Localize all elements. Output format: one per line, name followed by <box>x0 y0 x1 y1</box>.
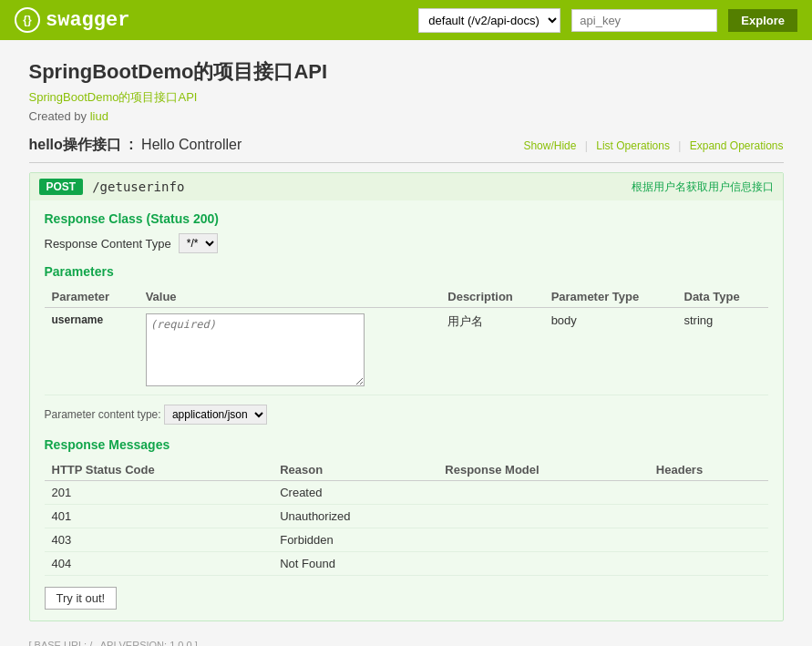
top-header: {} swagger default (/v2/api-docs) Explor… <box>0 0 812 40</box>
controller-header: hello操作接口 : Hello Controller Show/Hide |… <box>29 136 784 163</box>
endpoint-body: Response Class (Status 200) Response Con… <box>30 200 783 620</box>
response-content-type-select[interactable]: */* <box>179 233 218 253</box>
param-value-input[interactable] <box>146 313 365 386</box>
params-header-row: Parameter Value Description Parameter Ty… <box>45 286 768 308</box>
col-data-type: Data Type <box>677 286 768 308</box>
logo-symbol: {} <box>23 14 31 26</box>
response-reason: Created <box>272 481 437 505</box>
response-content-type-row: Response Content Type */* <box>45 233 768 253</box>
response-model <box>437 528 649 552</box>
table-row: 401 Unauthorized <box>45 505 768 528</box>
response-reason: Unauthorized <box>272 505 437 528</box>
page-subtitle-link[interactable]: SpringBootDemo的项目接口API <box>29 90 198 104</box>
endpoint-path: /getuserinfo <box>92 179 631 194</box>
response-code: 401 <box>45 505 273 528</box>
endpoint-header[interactable]: POST /getuserinfo 根据用户名获取用户信息接口 <box>30 173 783 200</box>
response-reason: Forbidden <box>272 528 437 552</box>
table-row: 201 Created <box>45 481 768 505</box>
endpoint-block: POST /getuserinfo 根据用户名获取用户信息接口 Response… <box>29 172 784 621</box>
method-badge: POST <box>39 179 84 195</box>
response-model <box>437 481 649 505</box>
param-content-type-row: Parameter content type: application/json <box>45 405 768 425</box>
list-operations-link[interactable]: List Operations <box>596 139 670 152</box>
col-value: Value <box>139 286 441 308</box>
created-by: Created by liud <box>29 109 784 123</box>
main-content: SpringBootDemo的项目接口API SpringBootDemo的项目… <box>15 58 798 621</box>
col-headers: Headers <box>649 459 768 481</box>
logo-text: swagger <box>46 9 129 32</box>
controller-links: Show/Hide | List Operations | Expand Ope… <box>518 139 783 152</box>
response-code: 201 <box>45 481 273 505</box>
base-url: [ BASE URL: / , API VERSION: 1.0.0 ] <box>29 640 784 646</box>
param-value-cell <box>139 308 441 395</box>
col-reason: Reason <box>272 459 437 481</box>
api-select[interactable]: default (/v2/api-docs) <box>418 8 560 33</box>
show-hide-link[interactable]: Show/Hide <box>523 139 576 152</box>
response-headers <box>649 552 768 576</box>
logo-wrap: {} swagger <box>15 7 129 33</box>
controller-name: hello操作接口 <box>29 137 121 152</box>
response-reason: Not Found <box>272 552 437 576</box>
table-row: 403 Forbidden <box>45 528 768 552</box>
response-code: 404 <box>45 552 273 576</box>
api-key-input[interactable] <box>571 9 717 32</box>
param-name: username <box>45 308 139 395</box>
logo-icon: {} <box>15 7 40 33</box>
response-messages-table: HTTP Status Code Reason Response Model H… <box>45 459 768 576</box>
page-title: SpringBootDemo的项目接口API <box>29 58 784 86</box>
param-description: 用户名 <box>440 308 543 395</box>
col-parameter-type: Parameter Type <box>544 286 677 308</box>
response-class-title: Response Class (Status 200) <box>45 211 768 226</box>
response-model <box>437 552 649 576</box>
parameters-title: Parameters <box>45 264 768 279</box>
created-by-label: Created by <box>29 109 87 123</box>
response-content-type-label: Response Content Type <box>45 237 171 251</box>
controller-title: hello操作接口 : Hello Controller <box>29 136 519 155</box>
response-headers <box>649 528 768 552</box>
param-content-type-select[interactable]: application/json <box>164 405 267 425</box>
try-it-out-button[interactable]: Try it out! <box>45 587 118 610</box>
parameters-table: Parameter Value Description Parameter Ty… <box>45 286 768 395</box>
created-by-link[interactable]: liud <box>90 109 108 123</box>
table-row: username 用户名 body string <box>45 308 768 395</box>
table-row: 404 Not Found <box>45 552 768 576</box>
separator-1: | <box>585 139 591 152</box>
response-header-row: HTTP Status Code Reason Response Model H… <box>45 459 768 481</box>
separator-2: | <box>678 139 684 152</box>
response-headers <box>649 481 768 505</box>
response-code: 403 <box>45 528 273 552</box>
response-headers <box>649 505 768 528</box>
param-content-type-label: Parameter content type: <box>45 408 161 421</box>
col-response-model: Response Model <box>437 459 649 481</box>
param-data-type: string <box>677 308 768 395</box>
col-description: Description <box>440 286 543 308</box>
controller-subtitle: Hello Controller <box>141 137 242 152</box>
expand-operations-link[interactable]: Expand Operations <box>690 139 784 152</box>
param-type: body <box>544 308 677 395</box>
col-http-code: HTTP Status Code <box>45 459 273 481</box>
page-subtitle: SpringBootDemo的项目接口API <box>29 89 784 106</box>
colon-separator: : <box>128 137 133 152</box>
response-model <box>437 505 649 528</box>
explore-button[interactable]: Explore <box>728 9 797 32</box>
footer: [ BASE URL: / , API VERSION: 1.0.0 ] htt… <box>15 640 798 646</box>
col-parameter: Parameter <box>45 286 139 308</box>
endpoint-description: 根据用户名获取用户信息接口 <box>632 179 774 195</box>
response-messages-title: Response Messages <box>45 437 768 452</box>
